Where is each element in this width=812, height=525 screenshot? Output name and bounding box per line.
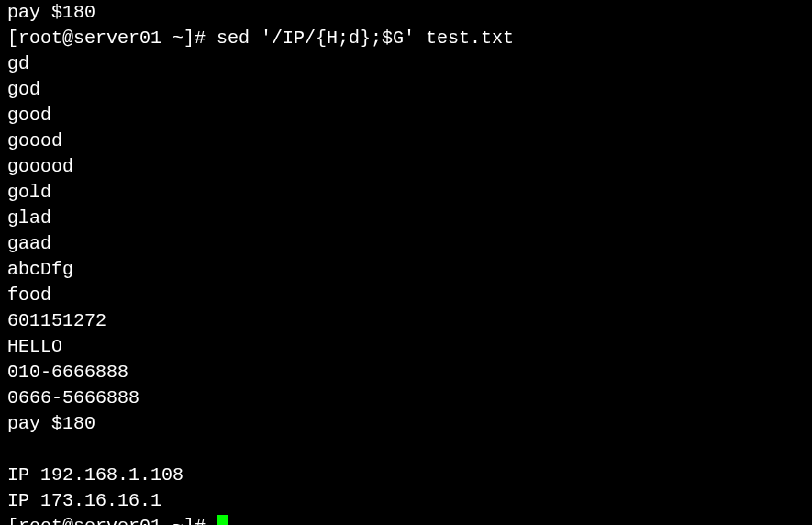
output-line: HELLO bbox=[7, 334, 805, 360]
output-line: god bbox=[7, 77, 805, 103]
prompt-end: ]# bbox=[184, 28, 217, 49]
output-line: 010-6666888 bbox=[7, 360, 805, 385]
output-line-partial: pay $180 bbox=[7, 0, 805, 26]
prompt-user-host: [root@server01 bbox=[7, 516, 172, 525]
output-line-blank bbox=[7, 437, 805, 463]
output-line: abcDfg bbox=[7, 257, 805, 283]
output-line: 601151272 bbox=[7, 308, 805, 334]
output-line: gold bbox=[7, 180, 805, 206]
terminal-window[interactable]: pay $180 [root@server01 ~]# sed '/IP/{H;… bbox=[0, 0, 812, 525]
prompt-path: ~ bbox=[172, 28, 184, 49]
command-text: sed '/IP/{H;d};$G' test.txt bbox=[217, 28, 514, 49]
prompt-line-2[interactable]: [root@server01 ~]# bbox=[7, 514, 805, 525]
output-line: gooood bbox=[7, 154, 805, 180]
cursor-block bbox=[217, 515, 228, 525]
output-line: goood bbox=[7, 128, 805, 154]
output-line: glad bbox=[7, 206, 805, 231]
output-line: IP 173.16.16.1 bbox=[7, 488, 805, 514]
prompt-user-host: [root@server01 bbox=[7, 28, 172, 49]
prompt-line-1: [root@server01 ~]# sed '/IP/{H;d};$G' te… bbox=[7, 26, 805, 51]
output-line: gd bbox=[7, 51, 805, 77]
output-line: food bbox=[7, 283, 805, 308]
output-line: 0666-5666888 bbox=[7, 385, 805, 411]
output-line: IP 192.168.1.108 bbox=[7, 463, 805, 488]
output-line: gaad bbox=[7, 231, 805, 257]
output-line: pay $180 bbox=[7, 411, 805, 437]
prompt-end: ]# bbox=[184, 516, 217, 525]
prompt-path: ~ bbox=[172, 516, 184, 525]
output-line: good bbox=[7, 103, 805, 128]
